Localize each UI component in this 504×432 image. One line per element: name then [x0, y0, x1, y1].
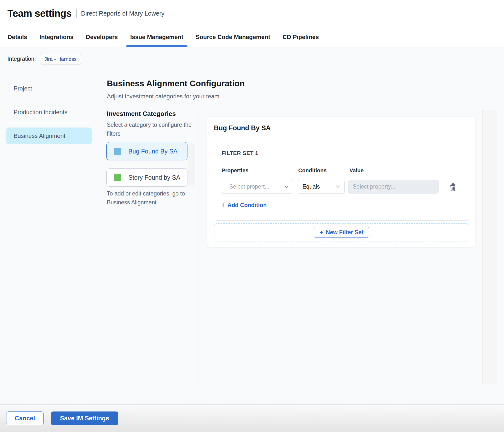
trash-icon [449, 182, 457, 192]
new-filter-set-dropzone: + New Filter Set [214, 223, 469, 241]
sidebar-item-business-alignment[interactable]: Business Alignment [6, 128, 92, 144]
save-im-settings-button[interactable]: Save IM Settings [51, 411, 118, 425]
sidebar-divider [99, 71, 99, 388]
category-item-bug-found-by-sa[interactable]: Bug Found By SA [106, 142, 187, 160]
delete-condition-button[interactable] [449, 182, 457, 192]
plus-icon: + [320, 229, 323, 236]
category-config-card: Bug Found By SA FILTER SET 1 Properties … [207, 117, 475, 247]
category-color-swatch [114, 174, 121, 181]
category-list-scrollbar[interactable] [188, 144, 195, 185]
tab-details[interactable]: Details [3, 27, 31, 47]
new-filter-set-label: New Filter Set [326, 229, 364, 236]
team-name-subtitle: Direct Reports of Mary Lowery [81, 10, 165, 17]
new-filter-set-button[interactable]: + New Filter Set [314, 227, 369, 238]
footer-actionbar: Cancel Save IM Settings [0, 404, 504, 432]
value-input[interactable] [348, 180, 439, 194]
integration-label: Integration: [7, 56, 36, 62]
config-subtitle: Adjust investment categories for your te… [107, 93, 221, 100]
category-list: Bug Found By SA Story Found by SA [106, 142, 187, 194]
condition-row: - Select propert... Equals [221, 180, 457, 194]
investment-categories-helper: Select a category to configure the filte… [107, 121, 192, 138]
add-condition-button[interactable]: + Add Condition [221, 202, 267, 209]
section-nav: Project Production Incidents Business Al… [0, 80, 99, 151]
cancel-button[interactable]: Cancel [6, 411, 44, 425]
condition-select[interactable]: Equals [298, 180, 345, 194]
tab-issue-management[interactable]: Issue Management [126, 27, 187, 47]
main-content: Project Production Incidents Business Al… [0, 71, 504, 404]
page-scrollbar[interactable] [490, 110, 497, 384]
team-settings-page: Team settings Direct Reports of Mary Low… [0, 0, 504, 432]
categories-divider [199, 109, 199, 388]
property-select-value: - Select propert... [226, 183, 269, 190]
tab-source-code-management[interactable]: Source Code Management [191, 27, 274, 47]
config-title: Business Alignment Configuration [107, 79, 245, 88]
integration-badge[interactable]: Jira - Harness [40, 54, 81, 65]
filter-set-title: FILTER SET 1 [222, 150, 258, 156]
investment-categories-title: Investment Categories [107, 110, 176, 118]
sidebar-item-project[interactable]: Project [6, 80, 92, 97]
tab-developers[interactable]: Developers [82, 27, 122, 47]
category-color-swatch [114, 148, 121, 155]
page-title: Team settings [7, 8, 72, 19]
category-label: Story Found by SA [128, 174, 180, 181]
category-item-story-found-by-sa[interactable]: Story Found by SA [106, 168, 187, 187]
tab-integrations[interactable]: Integrations [35, 27, 78, 47]
category-label: Bug Found By SA [128, 148, 178, 155]
column-header-properties: Properties [222, 167, 298, 174]
condition-select-value: Equals [302, 183, 320, 190]
card-scrollbar[interactable] [482, 110, 490, 384]
filter-column-headers: Properties Conditions Value [222, 167, 364, 174]
add-condition-label: Add Condition [228, 202, 267, 209]
property-select[interactable]: - Select propert... [221, 180, 293, 194]
chevron-down-icon [336, 185, 340, 188]
title-separator [76, 9, 77, 18]
filter-set-panel: FILTER SET 1 Properties Conditions Value… [214, 142, 469, 221]
tab-cd-pipelines[interactable]: CD Pipelines [278, 27, 323, 47]
categories-footnote: To add or edit categories, go to Busines… [107, 189, 190, 207]
column-header-value: Value [349, 167, 364, 174]
column-header-conditions: Conditions [298, 167, 349, 174]
sidebar-item-production-incidents[interactable]: Production Incidents [6, 104, 92, 121]
chevron-down-icon [284, 185, 289, 188]
page-header: Team settings Direct Reports of Mary Low… [0, 0, 504, 27]
settings-tabbar: Details Integrations Developers Issue Ma… [0, 27, 504, 47]
integration-row: Integration: Jira - Harness [0, 47, 504, 71]
config-card-title: Bug Found By SA [214, 124, 271, 132]
plus-icon: + [221, 202, 225, 209]
